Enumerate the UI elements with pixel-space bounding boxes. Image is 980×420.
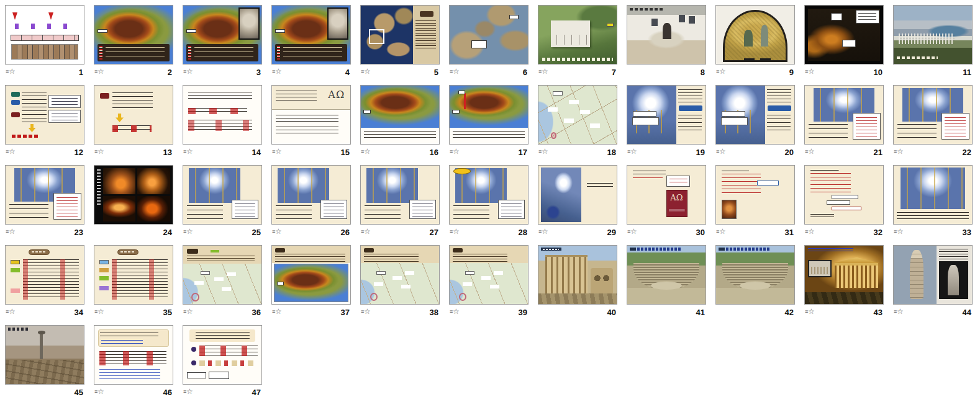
animation-indicator-icon[interactable]: ≡ ☆ bbox=[627, 148, 637, 156]
slide-thumbnail[interactable] bbox=[538, 5, 617, 65]
art-layer bbox=[365, 205, 401, 220]
animation-indicator-icon[interactable]: ≡ ☆ bbox=[94, 308, 104, 316]
slide-thumbnail[interactable] bbox=[893, 165, 973, 225]
animation-indicator-icon[interactable]: ≡ ☆ bbox=[627, 228, 637, 236]
slide-cell-15: ΑΩ ≡ ☆ 15 bbox=[271, 85, 351, 158]
slide-thumbnail[interactable] bbox=[449, 85, 529, 145]
animation-indicator-icon[interactable]: ≡ ☆ bbox=[272, 148, 282, 156]
animation-indicator-icon[interactable]: ≡ ☆ bbox=[538, 68, 548, 76]
art-layer bbox=[465, 271, 474, 275]
slide-thumbnail[interactable] bbox=[271, 5, 351, 65]
animation-indicator-icon[interactable]: ≡ ☆ bbox=[94, 68, 104, 76]
animation-indicator-icon[interactable]: ≡ ☆ bbox=[6, 148, 16, 156]
animation-indicator-icon[interactable]: ≡ ☆ bbox=[183, 68, 193, 76]
animation-indicator-icon[interactable]: ≡ ☆ bbox=[805, 228, 815, 236]
slide-thumbnail[interactable]: ΑΩ bbox=[271, 85, 351, 145]
slide-thumbnail[interactable] bbox=[183, 245, 262, 305]
slide-thumbnail[interactable] bbox=[5, 5, 84, 65]
slide-thumbnail[interactable] bbox=[804, 165, 884, 225]
art-layer bbox=[941, 113, 969, 140]
slide-thumbnail[interactable] bbox=[449, 165, 529, 225]
slide-thumbnail[interactable] bbox=[893, 5, 973, 65]
slide-thumbnail[interactable] bbox=[715, 165, 795, 225]
slide-thumbnail[interactable] bbox=[94, 325, 173, 385]
slide-thumbnail[interactable] bbox=[183, 325, 262, 385]
art-layer bbox=[199, 346, 257, 356]
slide-cell-42: ≡ ☆ 42 bbox=[715, 245, 795, 318]
animation-indicator-icon[interactable]: ≡ ☆ bbox=[805, 68, 815, 76]
animation-indicator-icon[interactable]: ≡ ☆ bbox=[805, 148, 815, 156]
animation-indicator-icon[interactable]: ≡ ☆ bbox=[272, 308, 282, 316]
animation-indicator-icon[interactable]: ≡ ☆ bbox=[894, 148, 904, 156]
slide-thumbnail[interactable] bbox=[715, 245, 795, 305]
alpha-omega-glyph: ΑΩ bbox=[670, 193, 683, 202]
animation-indicator-icon[interactable]: ≡ ☆ bbox=[183, 388, 193, 396]
slide-thumbnail[interactable] bbox=[538, 85, 617, 145]
art-layer bbox=[53, 193, 81, 220]
slide-thumbnail[interactable] bbox=[538, 245, 617, 305]
animation-indicator-icon[interactable]: ≡ ☆ bbox=[6, 308, 16, 316]
animation-indicator-icon[interactable]: ≡ ☆ bbox=[361, 148, 371, 156]
slide-thumbnail[interactable] bbox=[94, 245, 173, 305]
art-layer bbox=[948, 265, 959, 295]
animation-indicator-icon[interactable]: ≡ ☆ bbox=[450, 68, 460, 76]
slide-thumbnail[interactable] bbox=[804, 85, 884, 145]
animation-indicator-icon[interactable]: ≡ ☆ bbox=[538, 228, 548, 236]
animation-indicator-icon[interactable]: ≡ ☆ bbox=[361, 228, 371, 236]
slide-thumbnail[interactable] bbox=[538, 165, 617, 225]
tan-header-road-map bbox=[450, 246, 528, 304]
slide-thumbnail[interactable] bbox=[360, 85, 440, 145]
slide-meta-row: ≡ ☆ 13 bbox=[94, 146, 173, 158]
slide-thumbnail[interactable] bbox=[627, 5, 706, 65]
slide-thumbnail[interactable] bbox=[183, 85, 262, 145]
slide-thumbnail[interactable] bbox=[360, 165, 440, 225]
animation-indicator-icon[interactable]: ≡ ☆ bbox=[361, 68, 371, 76]
slide-thumbnail[interactable] bbox=[893, 85, 973, 145]
slide-thumbnail[interactable] bbox=[360, 5, 440, 65]
animation-indicator-icon[interactable]: ≡ ☆ bbox=[894, 308, 904, 316]
slide-thumbnail[interactable] bbox=[5, 85, 84, 145]
slide-thumbnail[interactable] bbox=[183, 5, 262, 65]
slide-thumbnail[interactable] bbox=[715, 85, 795, 145]
animation-indicator-icon[interactable]: ≡ ☆ bbox=[183, 308, 193, 316]
animation-indicator-icon[interactable]: ≡ ☆ bbox=[450, 308, 460, 316]
slide-thumbnail[interactable] bbox=[360, 245, 440, 305]
animation-indicator-icon[interactable]: ≡ ☆ bbox=[805, 308, 815, 316]
slide-thumbnail[interactable] bbox=[893, 245, 973, 305]
art-layer bbox=[275, 29, 285, 34]
animation-indicator-icon[interactable]: ≡ ☆ bbox=[716, 228, 726, 236]
animation-indicator-icon[interactable]: ≡ ☆ bbox=[361, 308, 371, 316]
animation-indicator-icon[interactable]: ≡ ☆ bbox=[894, 228, 904, 236]
animation-indicator-icon[interactable]: ≡ ☆ bbox=[450, 148, 460, 156]
animation-indicator-icon[interactable]: ≡ ☆ bbox=[94, 148, 104, 156]
animation-indicator-icon[interactable]: ≡ ☆ bbox=[183, 148, 193, 156]
slide-thumbnail[interactable] bbox=[183, 165, 262, 225]
slide-thumbnail[interactable] bbox=[271, 165, 351, 225]
slide-thumbnail[interactable] bbox=[5, 245, 84, 305]
slide-thumbnail[interactable] bbox=[627, 245, 706, 305]
animation-indicator-icon[interactable]: ≡ ☆ bbox=[538, 148, 548, 156]
animation-indicator-icon[interactable]: ≡ ☆ bbox=[450, 228, 460, 236]
slide-thumbnail[interactable] bbox=[715, 5, 795, 65]
animation-indicator-icon[interactable]: ≡ ☆ bbox=[716, 68, 726, 76]
slide-thumbnail[interactable] bbox=[5, 165, 84, 225]
animation-indicator-icon[interactable]: ≡ ☆ bbox=[272, 68, 282, 76]
animation-indicator-icon[interactable]: ≡ ☆ bbox=[6, 228, 16, 236]
slide-thumbnail[interactable] bbox=[94, 85, 173, 145]
slide-thumbnail[interactable] bbox=[627, 85, 706, 145]
art-layer bbox=[541, 168, 582, 222]
slide-thumbnail[interactable] bbox=[449, 245, 529, 305]
slide-thumbnail[interactable] bbox=[804, 245, 884, 305]
slide-thumbnail[interactable] bbox=[94, 165, 173, 225]
slide-thumbnail[interactable] bbox=[94, 5, 173, 65]
animation-indicator-icon[interactable]: ≡ ☆ bbox=[183, 228, 193, 236]
animation-indicator-icon[interactable]: ≡ ☆ bbox=[272, 228, 282, 236]
slide-thumbnail[interactable] bbox=[271, 245, 351, 305]
slide-thumbnail[interactable] bbox=[449, 5, 529, 65]
slide-thumbnail[interactable] bbox=[5, 325, 84, 385]
animation-indicator-icon[interactable]: ≡ ☆ bbox=[716, 148, 726, 156]
slide-thumbnail[interactable]: ΑΩ bbox=[627, 165, 706, 225]
animation-indicator-icon[interactable]: ≡ ☆ bbox=[6, 68, 16, 76]
animation-indicator-icon[interactable]: ≡ ☆ bbox=[94, 388, 104, 396]
slide-thumbnail[interactable] bbox=[804, 5, 884, 65]
